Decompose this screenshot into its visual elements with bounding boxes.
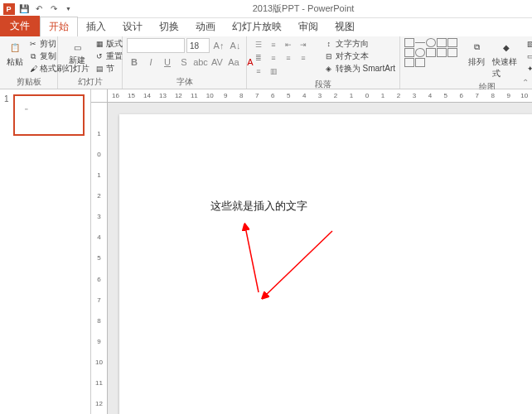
cut-icon: ✂ bbox=[28, 39, 38, 49]
redo-icon[interactable]: ↷ bbox=[47, 2, 60, 15]
title-bar: P 💾 ↶ ↷ ▼ 2013版PPT - PowerPoint bbox=[0, 0, 532, 18]
group-label-clipboard: 剪贴板 bbox=[4, 75, 53, 88]
qat-dropdown-icon[interactable]: ▼ bbox=[62, 2, 75, 15]
shape-gallery[interactable] bbox=[404, 38, 463, 67]
undo-icon[interactable]: ↶ bbox=[32, 2, 45, 15]
tab-slideshow[interactable]: 幻灯片放映 bbox=[224, 17, 290, 36]
tab-file[interactable]: 文件 bbox=[0, 16, 40, 36]
group-paragraph: ☰ ≡ ⇤ ⇥ ≣ ≡ ≡ ≡ ≡ ▥ ↕文字方向 ⊟对齐文本 ◈转换为 Sma… bbox=[247, 36, 400, 89]
ruler-corner bbox=[91, 89, 108, 103]
shape-rect[interactable] bbox=[404, 38, 414, 47]
tab-review[interactable]: 审阅 bbox=[290, 17, 326, 36]
spacing-button[interactable]: AV bbox=[210, 55, 225, 70]
indent-dec-button[interactable]: ⇤ bbox=[281, 38, 296, 51]
arrange-button[interactable]: ⧉ 排列 bbox=[466, 38, 487, 69]
decrease-font-icon[interactable]: A↓ bbox=[228, 38, 243, 53]
quickstyle-icon: ◆ bbox=[498, 39, 515, 55]
slide-canvas-area: 16151413121110987654321012345678910 1012… bbox=[91, 89, 532, 414]
inserted-text[interactable]: 这些就是插入的文字 bbox=[210, 199, 310, 214]
section-button[interactable]: ▤节 bbox=[94, 63, 123, 75]
tab-insert[interactable]: 插入 bbox=[78, 17, 114, 36]
effects-icon: ✦ bbox=[525, 64, 532, 74]
thumb-text: ⎯ bbox=[25, 104, 28, 109]
shape-oval[interactable] bbox=[426, 38, 436, 47]
tab-animations[interactable]: 动画 bbox=[187, 17, 224, 36]
justify-button[interactable]: ≡ bbox=[251, 65, 266, 78]
paste-label: 粘贴 bbox=[7, 56, 23, 68]
shape-10[interactable] bbox=[447, 48, 457, 57]
group-font: A↑ A↓ B I U S abc AV Aa A 字体 bbox=[123, 36, 247, 89]
annotation-arrow-2 bbox=[256, 226, 339, 305]
outline-icon: ▭ bbox=[525, 51, 532, 61]
layout-icon: ▦ bbox=[94, 39, 104, 49]
slide-number: 1 bbox=[4, 94, 9, 104]
copy-icon: ⧉ bbox=[28, 51, 38, 61]
align-right-button[interactable]: ≡ bbox=[296, 51, 311, 65]
strikethrough-button[interactable]: S bbox=[177, 55, 191, 70]
slide-thumbnail-pane: 1 ⎯ bbox=[0, 89, 91, 414]
align-text-icon: ⊟ bbox=[324, 51, 334, 61]
powerpoint-logo-icon: P bbox=[2, 2, 15, 15]
workspace: 1 ⎯ 16151413121110987654321012345678910 … bbox=[0, 89, 532, 414]
save-icon[interactable]: 💾 bbox=[17, 2, 30, 15]
text-direction-button[interactable]: ↕文字方向 bbox=[324, 38, 395, 50]
shape-8[interactable] bbox=[426, 48, 436, 57]
align-center-button[interactable]: ≡ bbox=[281, 51, 296, 65]
fill-icon: ▨ bbox=[525, 39, 532, 49]
paste-button[interactable]: 📋 粘贴 bbox=[4, 38, 26, 69]
tab-design[interactable]: 设计 bbox=[114, 17, 151, 36]
shape-arrow[interactable] bbox=[437, 38, 447, 47]
collapse-ribbon-icon[interactable]: ⌃ bbox=[522, 78, 529, 87]
horizontal-ruler: 16151413121110987654321012345678910 bbox=[108, 89, 532, 103]
window-title: 2013版PPT - PowerPoint bbox=[75, 2, 532, 15]
case-button[interactable]: Aa bbox=[226, 55, 241, 70]
smartart-button[interactable]: ◈转换为 SmartArt bbox=[324, 63, 395, 75]
reset-button[interactable]: ↺重置 bbox=[94, 51, 123, 62]
columns-button[interactable]: ▥ bbox=[266, 65, 281, 78]
shape-12[interactable] bbox=[415, 58, 425, 67]
shape-9[interactable] bbox=[437, 48, 447, 57]
font-size-input[interactable] bbox=[186, 38, 210, 53]
vertical-ruler: 10123456789101112 bbox=[91, 103, 108, 414]
italic-button[interactable]: I bbox=[143, 55, 158, 70]
brush-icon: 🖌 bbox=[28, 64, 38, 74]
svg-line-1 bbox=[264, 231, 332, 296]
align-left-button[interactable]: ≡ bbox=[266, 51, 281, 65]
tab-transitions[interactable]: 切换 bbox=[151, 17, 187, 36]
new-slide-button[interactable]: ▭ 新建 幻灯片 bbox=[62, 38, 92, 74]
arrange-icon: ⧉ bbox=[468, 39, 485, 55]
underline-button[interactable]: U bbox=[160, 55, 175, 70]
tab-home[interactable]: 开始 bbox=[40, 17, 78, 36]
indent-inc-button[interactable]: ⇥ bbox=[296, 38, 311, 51]
shape-fill-button[interactable]: ▨形状填充 bbox=[525, 38, 532, 50]
bullets-button[interactable]: ☰ bbox=[251, 38, 266, 51]
shape-tri[interactable] bbox=[447, 38, 457, 47]
slide-viewport[interactable]: 这些就是插入的文字 bbox=[108, 103, 532, 414]
shape-6[interactable] bbox=[404, 48, 414, 57]
layout-button[interactable]: ▦版式 bbox=[94, 38, 123, 50]
group-label-font: 字体 bbox=[127, 75, 242, 88]
smartart-icon: ◈ bbox=[324, 64, 334, 74]
slide[interactable]: 这些就是插入的文字 bbox=[119, 114, 532, 414]
paste-icon: 📋 bbox=[7, 39, 23, 55]
numbering-button[interactable]: ≡ bbox=[266, 38, 281, 51]
line-spacing-button[interactable]: ≣ bbox=[251, 51, 266, 65]
increase-font-icon[interactable]: A↑ bbox=[211, 38, 226, 53]
align-text-button[interactable]: ⊟对齐文本 bbox=[324, 51, 395, 62]
tab-view[interactable]: 视图 bbox=[326, 17, 363, 36]
slide-thumbnail-1[interactable]: ⎯ bbox=[13, 94, 85, 136]
group-slides: ▭ 新建 幻灯片 ▦版式 ↺重置 ▤节 幻灯片 bbox=[58, 36, 123, 89]
shape-effects-button[interactable]: ✦形状效果 bbox=[525, 63, 532, 75]
shape-7[interactable] bbox=[415, 48, 425, 57]
shape-11[interactable] bbox=[404, 58, 414, 67]
shape-outline-button[interactable]: ▭形状轮廓 bbox=[525, 51, 532, 62]
bold-button[interactable]: B bbox=[127, 55, 142, 70]
ribbon: 📋 粘贴 ✂剪切 ⧉复制 🖌格式刷 剪贴板 ▭ 新建 幻灯片 ▦版式 ↺重置 ▤… bbox=[0, 36, 532, 89]
quick-styles-button[interactable]: ◆ 快速样式 bbox=[490, 38, 523, 80]
quick-access-toolbar: P 💾 ↶ ↷ ▼ bbox=[0, 2, 75, 15]
new-slide-label: 新建 幻灯片 bbox=[65, 56, 89, 73]
group-label-paragraph: 段落 bbox=[251, 78, 395, 90]
shadow-button[interactable]: abc bbox=[193, 55, 208, 70]
shape-line[interactable] bbox=[415, 42, 425, 43]
font-family-input[interactable] bbox=[127, 38, 185, 53]
